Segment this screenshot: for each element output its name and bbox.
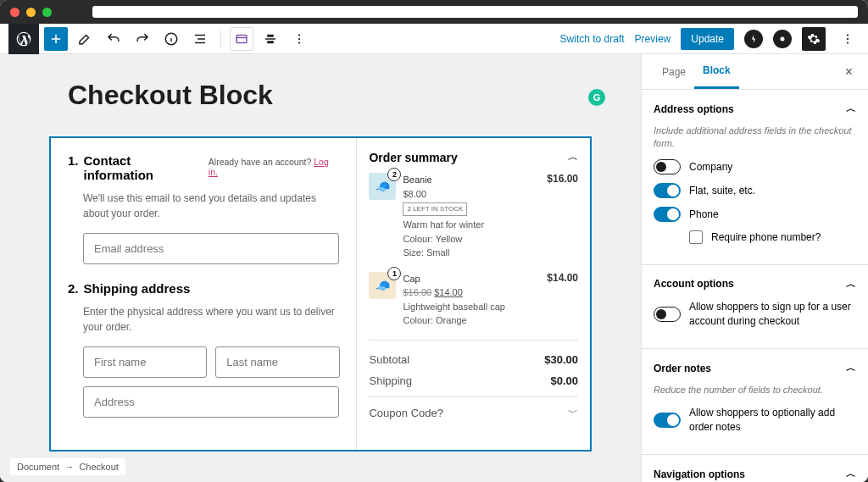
flat-toggle[interactable] (654, 183, 681, 198)
product-thumb: 🧢1 (369, 272, 396, 299)
yoast-icon[interactable] (773, 30, 792, 48)
shipping-label: Shipping (369, 374, 412, 387)
section-number: 2. (68, 281, 79, 296)
chevron-up-icon: ︿ (568, 150, 578, 164)
chevron-down-icon: ﹀ (568, 406, 578, 420)
add-block-button[interactable] (44, 27, 68, 51)
svg-rect-2 (267, 34, 274, 36)
phone-toggle[interactable] (654, 207, 681, 222)
close-dot[interactable] (10, 8, 19, 17)
svg-point-7 (298, 42, 300, 43)
email-field[interactable]: Email address (83, 233, 339, 264)
align-icon[interactable] (259, 27, 282, 51)
preview-link[interactable]: Preview (635, 33, 671, 45)
address-field[interactable]: Address (83, 386, 339, 418)
breadcrumb[interactable]: Document → Checkout (10, 458, 125, 475)
navigation-options-panel[interactable]: Navigation options︿ (654, 467, 856, 481)
product-thumb: 🧢2 (369, 173, 396, 200)
grammarly-icon[interactable]: G (588, 89, 605, 106)
switch-draft-link[interactable]: Switch to draft (560, 33, 625, 45)
chevron-up-icon: ︿ (846, 102, 856, 116)
redo-icon[interactable] (131, 27, 154, 51)
svg-point-11 (847, 42, 849, 43)
stock-badge: 2 LEFT IN STOCK (403, 202, 467, 216)
close-sidebar-button[interactable]: × (842, 64, 856, 80)
settings-button[interactable] (802, 27, 826, 51)
login-prompt: Already have an account? Log in. (209, 157, 340, 177)
svg-rect-1 (236, 35, 247, 42)
checkout-block[interactable]: 1. Contact information Already have an a… (49, 136, 592, 452)
subtotal-label: Subtotal (369, 353, 409, 366)
svg-point-6 (298, 37, 300, 39)
settings-sidebar: Page Block × Address options︿ Include ad… (641, 54, 868, 482)
maximize-dot[interactable] (42, 8, 52, 17)
info-icon[interactable] (159, 27, 183, 51)
options-icon[interactable] (836, 27, 860, 51)
list-view-icon[interactable] (188, 27, 212, 51)
svg-point-9 (847, 34, 849, 36)
shipping-title: Shipping address (84, 281, 191, 296)
svg-point-10 (847, 37, 849, 39)
page-title[interactable]: Checkout Block (68, 80, 598, 111)
more-icon[interactable] (287, 27, 311, 51)
undo-icon[interactable] (102, 27, 125, 51)
section-number: 1. (68, 153, 79, 168)
subtotal-value: $30.00 (544, 353, 578, 366)
checkout-block-icon[interactable] (230, 27, 253, 51)
order-summary-header[interactable]: Order summary ︿ (369, 150, 578, 164)
jetpack-icon[interactable] (744, 30, 763, 48)
editor-toolbar: Switch to draft Preview Update (0, 24, 868, 54)
svg-rect-4 (267, 41, 274, 43)
require-phone-checkbox[interactable] (689, 230, 703, 244)
editor-canvas[interactable]: Checkout Block G 1. Contact information … (0, 54, 641, 482)
order-notes-panel[interactable]: Order notes︿ (654, 361, 856, 375)
minimize-dot[interactable] (26, 8, 36, 17)
titlebar (0, 0, 868, 24)
coupon-toggle[interactable]: Coupon Code?﹀ (369, 396, 578, 420)
svg-point-5 (298, 34, 300, 36)
cart-item: 🧢1 Cap $16.00 $14.00 Lightweight basebal… (369, 272, 578, 328)
url-bar[interactable] (92, 6, 858, 18)
qty-badge: 2 (387, 168, 401, 181)
tab-block[interactable]: Block (694, 54, 739, 89)
address-options-panel[interactable]: Address options︿ (654, 102, 856, 116)
contact-desc: We'll use this email to send you details… (83, 191, 339, 221)
qty-badge: 1 (387, 267, 401, 280)
edit-icon[interactable] (73, 27, 97, 51)
shipping-value: $0.00 (550, 374, 578, 387)
chevron-up-icon: ︿ (846, 361, 856, 375)
account-options-panel[interactable]: Account options︿ (654, 277, 856, 291)
wordpress-logo[interactable] (8, 24, 39, 54)
svg-rect-3 (265, 38, 275, 40)
signup-toggle[interactable] (654, 307, 681, 322)
update-button[interactable]: Update (681, 28, 734, 50)
first-name-field[interactable]: First name (83, 346, 207, 378)
svg-point-8 (781, 36, 785, 41)
chevron-up-icon: ︿ (846, 467, 856, 481)
last-name-field[interactable]: Last name (215, 346, 339, 378)
company-toggle[interactable] (654, 159, 681, 175)
order-notes-toggle[interactable] (654, 413, 681, 428)
contact-title: Contact information (84, 153, 203, 182)
tab-page[interactable]: Page (654, 56, 694, 88)
shipping-desc: Enter the physical address where you wan… (83, 304, 339, 335)
cart-item: 🧢2 Beanie $8.00 2 LEFT IN STOCK Warm hat… (369, 173, 578, 260)
chevron-up-icon: ︿ (846, 277, 856, 291)
